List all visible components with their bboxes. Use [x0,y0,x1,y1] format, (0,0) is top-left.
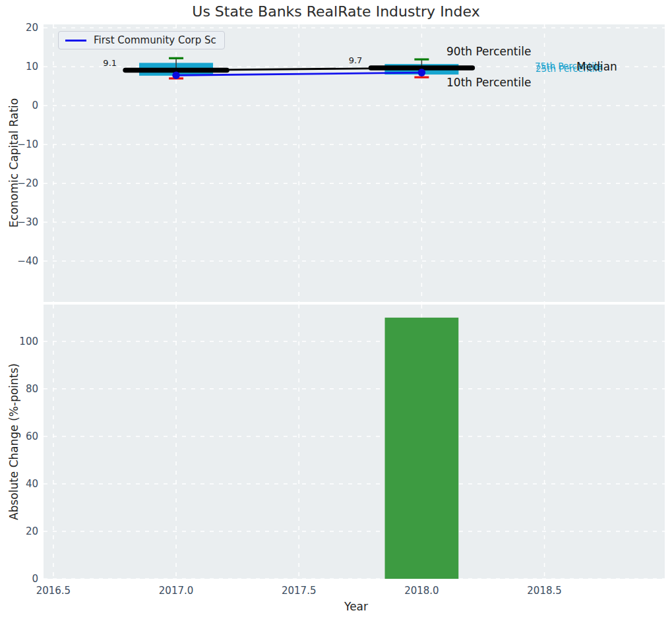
top-y-tick-label: 0 [32,100,38,111]
bottom-y-tick-label: 20 [26,525,38,537]
x-tick-label: 2017.0 [159,585,194,597]
bottom-y-tick-label: 100 [19,336,38,347]
bottom-y-tick-label: 0 [32,573,38,585]
top-y-tick-label: −10 [17,138,38,150]
bottom-y-tick-label: 80 [26,383,38,395]
axes-background [44,305,665,579]
median-value-label: 9.1 [103,58,117,68]
bottom-y-axis-label: Absolute Change (%-points) [7,363,20,520]
top-y-tick-label: 20 [26,22,38,34]
company-dot [418,69,426,76]
annotation-median: Median [576,60,617,73]
x-tick-label: 2016.5 [36,585,71,597]
change-bar [385,318,459,579]
chart-title: Us State Banks RealRate Industry Index [0,3,672,20]
annotation-10th-percentile: 10th Percentile [446,76,531,89]
median-value-label: 9.7 [349,55,363,65]
industry-index-figure: Us State Banks RealRate Industry Index E… [0,0,672,621]
legend-box: First Community Corp Sc [58,31,225,49]
top-y-axis-label: Economic Capital Ratio [7,98,20,227]
bottom-plot-area [44,305,665,579]
top-y-tick-label: −40 [17,255,38,267]
legend-line-sample [65,40,86,42]
x-tick-label: 2017.5 [282,585,317,597]
top-y-tick-label: 10 [26,61,38,73]
bottom-y-tick-label: 40 [26,478,38,490]
legend-label: First Community Corp Sc [94,34,216,46]
bottom-y-tick-label: 60 [26,430,38,442]
x-tick-label: 2018.5 [527,585,562,597]
x-axis-label: Year [344,600,368,613]
top-y-tick-label: −20 [17,177,38,189]
annotation-90th-percentile: 90th Percentile [446,45,531,58]
x-tick-label: 2018.0 [404,585,439,597]
top-y-tick-label: −30 [17,216,38,228]
company-dot [172,71,180,79]
